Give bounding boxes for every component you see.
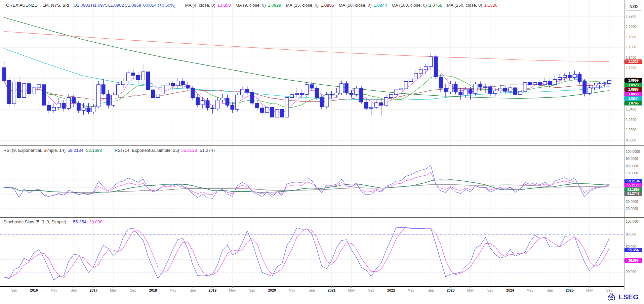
- time-axis-label[interactable]: Sep: [11, 288, 17, 292]
- time-axis-label[interactable]: Sep: [190, 288, 196, 292]
- stoch-badge: 38.898: [625, 258, 642, 263]
- rsi-badge: 51.2747: [625, 191, 642, 196]
- ma-legend-item[interactable]: MA (100, close, 0)1.0766: [392, 3, 442, 8]
- lseg-logo: LSEG: [606, 292, 639, 302]
- time-axis-label[interactable]: May: [348, 288, 355, 292]
- time-axis-label[interactable]: 2020: [268, 288, 276, 292]
- time-axis-label[interactable]: Sep: [428, 288, 434, 292]
- time-axis-label[interactable]: May: [408, 288, 414, 292]
- rsi-axis-label[interactable]: 20.0000: [626, 207, 638, 211]
- time-axis-label[interactable]: May: [527, 288, 533, 292]
- price-badge: 1.1326: [625, 59, 642, 64]
- price-axis-label[interactable]: 1.1400: [626, 56, 636, 59]
- stoch-axis-label[interactable]: 100.000: [626, 220, 638, 223]
- time-axis-label[interactable]: 2022: [387, 288, 395, 292]
- stochastic-value: 38.898: [89, 219, 103, 224]
- time-axis-label[interactable]: Sep: [606, 288, 613, 292]
- price-axis-label[interactable]: 1.0400: [626, 107, 636, 111]
- time-axis-label[interactable]: Sep: [368, 288, 374, 292]
- price-axis-label[interactable]: 1.0200: [626, 118, 636, 122]
- time-axis-label[interactable]: 2023: [447, 288, 454, 292]
- rsi-axis-label[interactable]: 100.0000: [626, 150, 640, 154]
- stoch-badge: 55.354: [625, 248, 642, 252]
- time-axis-label[interactable]: 2021: [328, 288, 335, 292]
- price-axis-label[interactable]: 1.1800: [626, 35, 636, 39]
- rsi-pane-legend: RSI (9, Exponential, Simple, 14)59.21345…: [3, 148, 224, 153]
- instrument-title: FOREX AUDNZD=, 1M, NYS, Bid: [3, 3, 69, 8]
- price-badge: 1.0929: [625, 83, 642, 87]
- rsi-badge: 55.2123: [625, 183, 642, 187]
- time-axis-label[interactable]: May: [288, 288, 295, 292]
- rsi-axis-label[interactable]: 30.0000: [626, 200, 638, 204]
- lseg-wordmark: LSEG: [619, 293, 639, 301]
- time-axis-label[interactable]: May: [229, 288, 236, 292]
- ohlc-readout: O1.0903H1.0975L1.0902C1.09590.0054 (+0.5…: [74, 3, 176, 8]
- rsi-legend-item[interactable]: RSI (14, Exponential, Simple, 25)55.2123…: [115, 148, 218, 153]
- time-axis-label[interactable]: Sep: [487, 288, 493, 292]
- ohlc-field-h: H1.0975: [91, 3, 108, 8]
- time-axis-label[interactable]: May: [467, 288, 474, 292]
- price-badge: 1.0959: [625, 78, 642, 83]
- time-axis-label[interactable]: May: [169, 288, 176, 292]
- time-axis-label[interactable]: 2018: [149, 288, 157, 292]
- price-axis-label[interactable]: 0.9800: [626, 138, 636, 142]
- rsi-axis-label[interactable]: 80.0000: [626, 164, 638, 168]
- price-badge: 1.0844: [625, 96, 642, 101]
- ma-legend: MA (4, close, 0)1.0858MA (9, close, 0)1.…: [180, 3, 497, 8]
- price-axis-label[interactable]: 1.1600: [626, 45, 636, 49]
- time-axis-label[interactable]: Sep: [547, 288, 553, 292]
- stochastic-value: 55.354: [73, 219, 86, 224]
- rsi-badge: 59.2134: [625, 179, 642, 183]
- rsi-legend-item[interactable]: RSI (9, Exponential, Simple, 14)59.21345…: [3, 148, 105, 153]
- ohlc-field-l: L1.0902: [108, 3, 124, 8]
- time-axis-label[interactable]: 2025: [566, 288, 573, 292]
- time-axis-label[interactable]: 2016: [30, 288, 38, 292]
- rsi-axis-label[interactable]: 70.0000: [626, 171, 638, 175]
- time-axis-label[interactable]: May: [50, 288, 57, 292]
- ohlc-field-c: C1.0959: [125, 3, 141, 8]
- ma-legend-item[interactable]: MA (250, close, 0)1.1326: [447, 3, 498, 8]
- rsi-badge: 52.1688: [625, 187, 642, 192]
- time-axis-label[interactable]: May: [586, 288, 593, 292]
- lseg-crest-icon: [606, 292, 616, 302]
- time-axis-label[interactable]: 2017: [89, 288, 97, 292]
- price-axis-label[interactable]: 1.0000: [626, 128, 636, 132]
- time-axis-label[interactable]: Sep: [309, 288, 315, 292]
- stochastic-label[interactable]: Stochastic Slow (5, 3, 3, Simple): [3, 219, 66, 224]
- currency-axis-button[interactable]: NZD: [625, 3, 642, 11]
- price-badge: 1.0885: [625, 87, 642, 92]
- charting-app: FOREX AUDNZD=, 1M, NYS, Bid O1.0903H1.09…: [0, 0, 644, 304]
- time-axis-label[interactable]: May: [110, 288, 117, 292]
- ma-legend-item[interactable]: MA (4, close, 0)1.0858: [185, 3, 231, 8]
- ma-legend-item[interactable]: MA (9, close, 0)1.0929: [235, 3, 281, 8]
- price-axis-label[interactable]: 1.2200: [626, 14, 636, 18]
- time-axis-label[interactable]: 2019: [209, 288, 216, 292]
- price-axis-label[interactable]: 1.2000: [626, 25, 636, 29]
- ohlc-field-o: O1.0903: [74, 3, 90, 8]
- stoch-axis-label[interactable]: 80.000: [626, 232, 636, 236]
- time-axis-label[interactable]: 2024: [506, 288, 514, 292]
- time-axis-label[interactable]: Sep: [130, 288, 136, 292]
- time-axis-label[interactable]: Sep: [249, 288, 255, 292]
- ma-legend-item[interactable]: MA (25, close, 0)1.0885: [286, 3, 334, 8]
- price-badge: 1.0766: [625, 101, 642, 105]
- rsi-axis-label[interactable]: 90.0000: [626, 157, 638, 161]
- time-axis-label[interactable]: Sep: [71, 288, 77, 292]
- stochastic-pane-legend: Stochastic Slow (5, 3, 3, Simple) 55.354…: [3, 219, 105, 224]
- main-chart-legend: FOREX AUDNZD=, 1M, NYS, Bid O1.0903H1.09…: [3, 3, 497, 8]
- price-axis-label[interactable]: 1.1200: [626, 66, 636, 70]
- price-badge: 1.0858: [625, 92, 642, 96]
- change-readout: 0.0054 (+0.50%): [143, 3, 175, 8]
- ma-legend-item[interactable]: MA (50, close, 0)1.0844: [339, 3, 387, 8]
- stoch-axis-label[interactable]: 20.000: [626, 270, 636, 274]
